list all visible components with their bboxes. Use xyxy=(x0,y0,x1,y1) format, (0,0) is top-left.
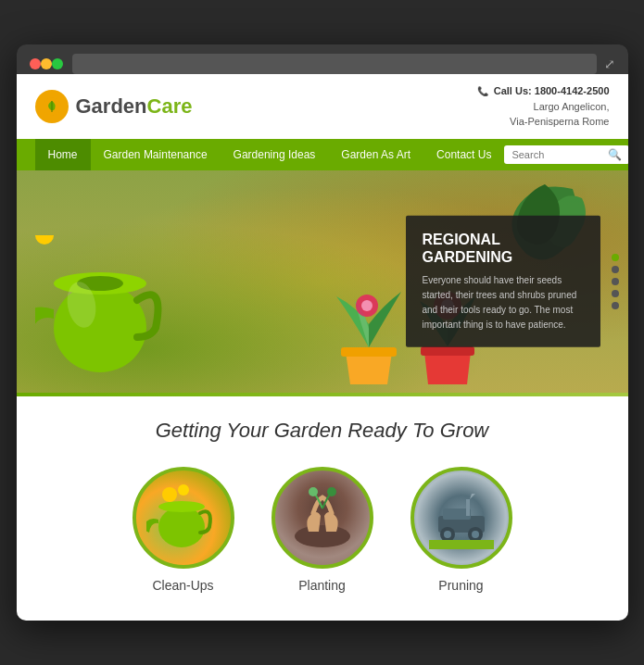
hero-text-box: REGIONALGARDENING Everyone should have t… xyxy=(406,216,600,347)
svg-point-17 xyxy=(178,484,189,496)
slider-dot-5[interactable] xyxy=(612,302,619,309)
logo-area: GardenCare xyxy=(35,90,193,123)
site-nav: Home Garden Maintenance Gardening Ideas … xyxy=(17,139,628,170)
service-label-planting: Planting xyxy=(298,578,346,593)
svg-rect-27 xyxy=(466,499,470,516)
slider-dot-1[interactable] xyxy=(612,254,619,261)
browser-toolbar: ⤢ xyxy=(30,54,615,74)
service-label-pruning: Pruning xyxy=(438,578,483,593)
slider-dot-4[interactable] xyxy=(612,290,619,297)
slider-dots xyxy=(612,254,619,309)
address-bar[interactable] xyxy=(72,54,597,74)
nav-item-garden-as-art[interactable]: Garden As Art xyxy=(328,139,423,170)
service-item-cleanups: Clean-Ups xyxy=(133,467,234,593)
svg-point-18 xyxy=(295,525,350,547)
hero-title: REGIONALGARDENING xyxy=(423,231,584,266)
logo-text: GardenCare xyxy=(76,94,193,119)
nav-item-home[interactable]: Home xyxy=(35,139,91,170)
logo-icon xyxy=(35,90,69,123)
expand-icon[interactable]: ⤢ xyxy=(604,56,615,71)
leaf-icon xyxy=(42,96,62,117)
svg-point-15 xyxy=(158,501,205,512)
minimize-button[interactable] xyxy=(41,58,52,69)
svg-point-24 xyxy=(444,531,451,538)
yellow-pot xyxy=(332,259,406,393)
svg-point-14 xyxy=(158,507,205,547)
search-input[interactable] xyxy=(511,149,604,160)
watering-can-illustration xyxy=(35,235,174,383)
address-line1: Largo Angelicon, xyxy=(477,99,610,115)
nav-item-contact-us[interactable]: Contact Us xyxy=(423,139,504,170)
service-circle-planting xyxy=(271,467,373,569)
site-header: GardenCare 📞 Call Us: 1800-4142-2500 Lar… xyxy=(17,74,628,139)
browser-content: GardenCare 📞 Call Us: 1800-4142-2500 Lar… xyxy=(17,74,628,621)
service-circle-cleanups xyxy=(133,467,234,569)
svg-rect-28 xyxy=(429,540,494,549)
nav-item-garden-maintenance[interactable]: Garden Maintenance xyxy=(91,139,221,170)
search-icon[interactable]: 🔍 xyxy=(608,148,622,161)
address-line2: Via-Penisperna Rome xyxy=(477,114,610,130)
close-button[interactable] xyxy=(30,58,41,69)
svg-point-20 xyxy=(327,487,336,496)
section-title: Getting Your Garden Ready To Grow xyxy=(35,419,610,443)
browser-chrome: ⤢ xyxy=(17,44,628,74)
service-item-pruning: Pruning xyxy=(410,467,512,593)
browser-window: ⤢ GardenCare 📞 C xyxy=(17,44,628,621)
nav-item-gardening-ideas[interactable]: Gardening Ideas xyxy=(221,139,329,170)
hero-description: Everyone should have their seeds started… xyxy=(423,273,584,332)
svg-point-10 xyxy=(361,300,373,311)
phone-number: 📞 Call Us: 1800-4142-2500 xyxy=(477,83,610,99)
service-label-cleanups: Clean-Ups xyxy=(152,578,213,593)
section-title-area: Getting Your Garden Ready To Grow xyxy=(17,396,628,458)
search-form: 🔍 xyxy=(504,145,627,164)
slider-dot-3[interactable] xyxy=(612,278,619,285)
svg-point-19 xyxy=(309,487,318,496)
hero-slider: REGIONALGARDENING Everyone should have t… xyxy=(17,170,628,393)
maximize-button[interactable] xyxy=(52,58,63,69)
svg-point-5 xyxy=(35,235,54,245)
service-item-planting: Planting xyxy=(271,467,373,593)
svg-rect-8 xyxy=(341,347,397,357)
logo-garden-text: Garden xyxy=(76,94,147,118)
svg-point-26 xyxy=(472,531,479,538)
svg-point-16 xyxy=(162,487,177,502)
phone-icon: 📞 xyxy=(477,86,488,96)
svg-rect-11 xyxy=(421,346,474,356)
slider-dot-2[interactable] xyxy=(612,266,619,273)
contact-info: 📞 Call Us: 1800-4142-2500 Largo Angelico… xyxy=(477,83,610,130)
service-circle-pruning xyxy=(410,467,512,569)
services-row: Clean-Ups xyxy=(17,458,628,621)
logo-care-text: Care xyxy=(147,94,193,118)
